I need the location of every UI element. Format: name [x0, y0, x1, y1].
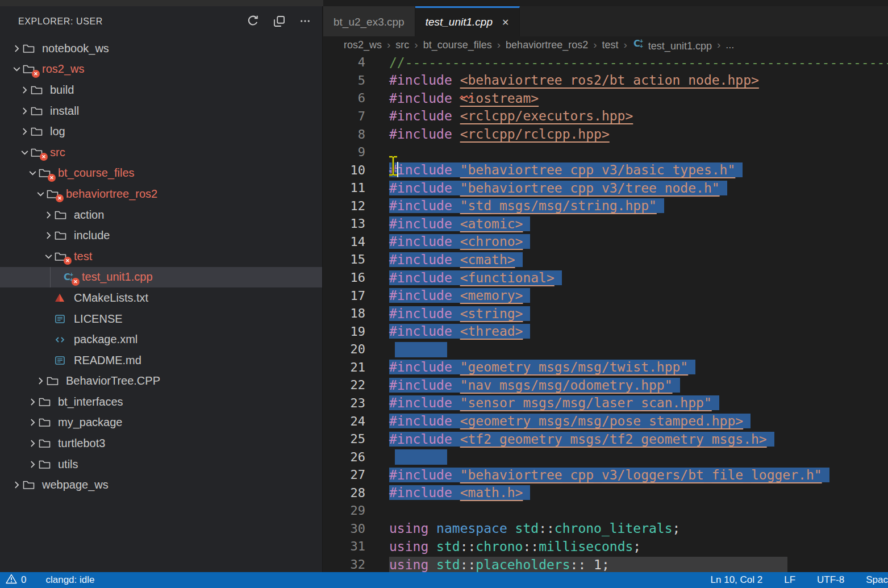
line-number[interactable]: 12 [323, 199, 365, 213]
tree-item-bt_course_files[interactable]: ✕bt_course_files [0, 163, 322, 184]
code-line-25[interactable]: 25#include <tf2_geometry_msgs/tf2_geomet… [323, 430, 888, 448]
breadcrumb-item-bt_course_files[interactable]: bt_course_files [423, 39, 492, 51]
line-number[interactable]: 31 [323, 539, 365, 553]
line-number[interactable]: 13 [323, 216, 365, 231]
line-number[interactable]: 29 [323, 503, 365, 518]
code-line-31[interactable]: 31using std::chrono::milliseconds; [323, 537, 888, 556]
code-line-16[interactable]: 16#include <functional> [323, 269, 888, 287]
code-line-24[interactable]: 24#include <geometry_msgs/msg/pose_stamp… [323, 412, 888, 430]
code-line-9[interactable]: 9 [323, 143, 888, 161]
code-line-18[interactable]: 18#include <string> [323, 305, 888, 323]
line-number[interactable]: 21 [323, 360, 365, 374]
tree-item-my_package[interactable]: my_package [0, 412, 322, 433]
line-number[interactable]: 18 [323, 306, 365, 320]
code-line-5[interactable]: 5#include <behaviortree_ros2/bt_action_n… [323, 72, 888, 90]
code-line-6[interactable]: 6#include <iostream> [323, 89, 888, 107]
code-line-29[interactable]: 29 [323, 502, 888, 520]
line-number[interactable]: 7 [323, 109, 365, 123]
code-line-32[interactable]: 32using std::placeholders::_1; [323, 556, 888, 572]
line-number[interactable]: 20 [323, 342, 365, 356]
line-number[interactable]: 16 [323, 270, 365, 285]
code-line-10[interactable]: 10#include "behaviortree_cpp_v3/basic_ty… [323, 161, 888, 179]
tab-bt_u2_ex3.cpp[interactable]: bt_u2_ex3.cpp [323, 6, 415, 36]
tree-item-include[interactable]: include [0, 225, 322, 246]
tab-test_unit1.cpp[interactable]: test_unit1.cpp✕ [415, 6, 520, 36]
breadcrumb-item-src[interactable]: src [395, 39, 409, 51]
code-line-15[interactable]: 15#include <cmath> [323, 251, 888, 269]
tree-item-CMakeLists.txt[interactable]: CMakeLists.txt [0, 287, 322, 308]
breadcrumb-symbol-ellipsis[interactable]: ... [726, 39, 734, 51]
tree-item-test_unit1.cpp[interactable]: C++✕test_unit1.cpp [0, 267, 322, 288]
tree-item-package.xml[interactable]: package.xml [0, 329, 322, 350]
tree-item-install[interactable]: install [0, 101, 322, 122]
tree-item-ros2_ws[interactable]: ✕ros2_ws [0, 59, 322, 80]
cursor-position[interactable]: Ln 10, Col 2 [711, 574, 763, 586]
line-number[interactable]: 14 [323, 235, 365, 249]
tree-item-test[interactable]: ✕test [0, 246, 322, 267]
code-line-17[interactable]: 17#include <memory> [323, 286, 888, 305]
code-line-12[interactable]: 12#include "std_msgs/msg/string.hpp" [323, 197, 888, 215]
tree-item-BehaviorTree.CPP[interactable]: BehaviorTree.CPP [0, 371, 322, 392]
line-number[interactable]: 23 [323, 396, 365, 410]
line-number[interactable]: 24 [323, 414, 365, 428]
line-number[interactable]: 9 [323, 145, 365, 159]
collapse-folders-button[interactable] [272, 14, 286, 28]
eol-indicator[interactable]: LF [784, 574, 795, 586]
line-number[interactable]: 27 [323, 468, 365, 482]
code-line-19[interactable]: 19#include <thread> [323, 322, 888, 340]
code-line-14[interactable]: 14#include <chrono> [323, 233, 888, 251]
line-number[interactable]: 6 [323, 91, 365, 105]
code-line-28[interactable]: 28#include <math.h> [323, 484, 888, 502]
line-number[interactable]: 30 [323, 522, 365, 536]
tree-item-turtlebot3[interactable]: turtlebot3 [0, 433, 322, 454]
tree-item-LICENSE[interactable]: LICENSE [0, 308, 322, 330]
refresh-button[interactable] [246, 14, 260, 28]
line-number[interactable]: 8 [323, 127, 365, 141]
tree-item-bt_interfaces[interactable]: bt_interfaces [0, 391, 322, 412]
line-number[interactable]: 11 [323, 181, 365, 195]
tree-item-utils[interactable]: utils [0, 454, 322, 475]
code-line-22[interactable]: 22#include "nav_msgs/msg/odometry.hpp" [323, 376, 888, 394]
code-line-23[interactable]: 23#include "sensor_msgs/msg/laser_scan.h… [323, 394, 888, 412]
line-number[interactable]: 22 [323, 378, 365, 392]
code-line-27[interactable]: 27#include "behaviortree_cpp_v3/loggers/… [323, 466, 888, 484]
encoding-indicator[interactable]: UTF-8 [817, 574, 844, 586]
code-line-30[interactable]: 30using namespace std::chrono_literals; [323, 520, 888, 538]
line-number[interactable]: 5 [323, 73, 365, 87]
line-number[interactable]: 10 [323, 163, 365, 177]
code-line-7[interactable]: 7#include <rclcpp/executors.hpp> [323, 107, 888, 126]
code-line-26[interactable]: 26 [323, 448, 888, 466]
line-number[interactable]: 19 [323, 324, 365, 339]
code-line-4[interactable]: 4//-------------------------------------… [323, 53, 888, 72]
tree-item-src[interactable]: ✕src [0, 142, 322, 163]
line-number[interactable]: 4 [323, 55, 365, 69]
close-icon[interactable]: ✕ [502, 17, 509, 28]
code-editor[interactable]: 4//-------------------------------------… [323, 53, 888, 572]
code-line-11[interactable]: 11#include "behaviortree_cpp_v3/tree_nod… [323, 179, 888, 197]
breadcrumb-item-behaviortree_ros2[interactable]: behaviortree_ros2 [506, 39, 588, 51]
breadcrumb-item-test[interactable]: test [602, 39, 619, 51]
line-number[interactable]: 17 [323, 289, 365, 303]
line-number[interactable]: 15 [323, 252, 365, 266]
tree-item-log[interactable]: log [0, 121, 322, 142]
code-line-13[interactable]: 13#include <atomic> [323, 215, 888, 233]
tree-item-build[interactable]: build [0, 80, 322, 101]
indentation-indicator[interactable]: Spac [866, 574, 888, 586]
tree-item-action[interactable]: action [0, 205, 322, 226]
breadcrumb-item-test_unit1.cpp[interactable]: C++test_unit1.cpp [632, 38, 712, 52]
line-number[interactable]: 26 [323, 450, 365, 464]
problems-indicator[interactable]: 0 [6, 574, 26, 587]
line-number[interactable]: 25 [323, 432, 365, 446]
clangd-status[interactable]: clangd: idle [45, 574, 94, 586]
code-line-20[interactable]: 20 [323, 340, 888, 358]
tree-item-notebook_ws[interactable]: notebook_ws [0, 38, 322, 59]
code-line-21[interactable]: 21#include "geometry_msgs/msg/twist.hpp" [323, 358, 888, 377]
tree-item-README.md[interactable]: README.md [0, 350, 322, 371]
line-number[interactable]: 32 [323, 557, 365, 572]
line-number[interactable]: 28 [323, 486, 365, 500]
more-actions-button[interactable] [298, 14, 312, 28]
breadcrumb-item-ros2_ws[interactable]: ros2_ws [344, 39, 382, 51]
tree-item-webpage_ws[interactable]: webpage_ws [0, 474, 322, 495]
tree-item-behaviortree_ros2[interactable]: ✕behaviortree_ros2 [0, 184, 322, 205]
code-line-8[interactable]: 8#include <rclcpp/rclcpp.hpp> [323, 125, 888, 143]
